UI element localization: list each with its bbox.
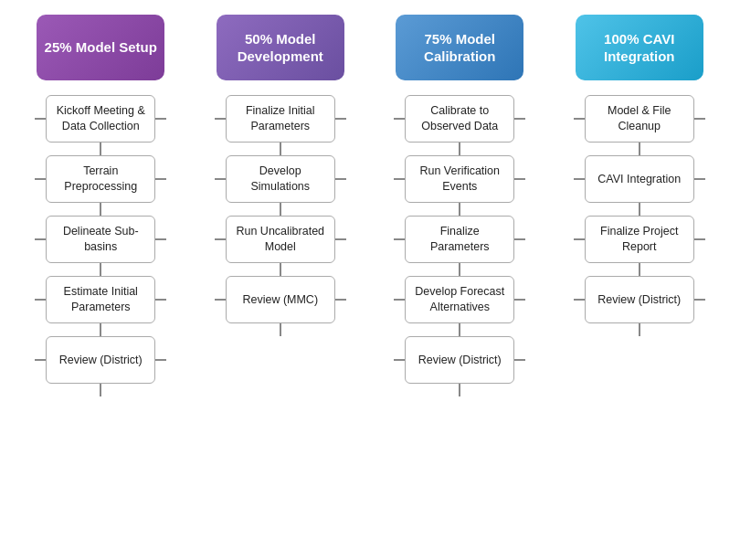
column-body-col1: Kickoff Meeting & Data CollectionTerrain… [11,95,191,396]
column-col2: 50% Model DevelopmentFinalize Initial Pa… [191,15,371,336]
task-box-col2-3: Review (MMC) [226,276,335,323]
connector-left-col1-1 [35,178,46,180]
connector-left-col2-3 [215,299,226,301]
connector-right-col1-0 [155,118,166,120]
connector-left-col4-1 [574,178,585,180]
connector-left-col3-0 [394,118,405,120]
task-row-col4-2: Finalize Project Report [550,216,730,263]
connector-right-col1-2 [155,238,166,240]
connector-left-col3-3 [394,299,405,301]
task-row-col3-4: Review (District) [370,336,550,384]
task-box-col1-4: Review (District) [46,336,155,384]
task-box-col1-3: Estimate Initial Parameters [46,276,155,323]
task-row-col2-2: Run Uncalibrated Model [191,216,371,263]
column-header-col4: 100% CAVI Integration [576,15,703,80]
task-row-col1-2: Delineate Sub-basins [11,216,191,263]
connector-right-col2-3 [335,299,346,301]
column-header-col3: 75% Model Calibration [396,15,523,80]
connector-left-col2-2 [215,238,226,240]
connector-left-col2-0 [215,118,226,120]
connector-right-col3-1 [514,178,525,180]
task-box-col2-2: Run Uncalibrated Model [226,216,335,263]
task-row-col3-3: Develop Forecast Alternatives [370,276,550,323]
connector-right-col3-2 [514,238,525,240]
column-header-col2: 50% Model Development [217,15,344,80]
connector-left-col3-2 [394,238,405,240]
task-box-col3-2: Finalize Parameters [405,216,514,263]
task-box-col3-4: Review (District) [405,336,514,384]
connector-right-col4-0 [694,118,705,120]
column-col4: 100% CAVI IntegrationModel & File Cleanu… [550,15,730,336]
task-row-col2-1: Develop Simulations [191,155,371,203]
connector-left-col4-3 [574,299,585,301]
connector-left-col1-2 [35,238,46,240]
task-row-col2-3: Review (MMC) [191,276,371,323]
connector-left-col1-0 [35,118,46,120]
connector-right-col2-2 [335,238,346,240]
diagram: 25% Model SetupKickoff Meeting & Data Co… [0,0,740,560]
task-row-col4-1: CAVI Integration [550,155,730,203]
column-body-col2: Finalize Initial ParametersDevelop Simul… [191,95,371,336]
connector-right-col3-4 [514,359,525,361]
connector-right-col3-3 [514,299,525,301]
task-box-col3-1: Run Verification Events [405,155,514,203]
task-row-col1-4: Review (District) [11,336,191,384]
connector-right-col2-0 [335,118,346,120]
task-box-col4-2: Finalize Project Report [585,216,694,263]
task-row-col1-0: Kickoff Meeting & Data Collection [11,95,191,143]
task-row-col1-3: Estimate Initial Parameters [11,276,191,323]
connector-left-col3-4 [394,359,405,361]
connector-left-col1-3 [35,299,46,301]
task-box-col1-0: Kickoff Meeting & Data Collection [46,95,155,143]
task-row-col3-2: Finalize Parameters [370,216,550,263]
task-box-col4-3: Review (District) [585,276,694,323]
connector-right-col4-3 [694,299,705,301]
task-row-col2-0: Finalize Initial Parameters [191,95,371,143]
task-box-col4-1: CAVI Integration [585,155,694,203]
connector-left-col1-4 [35,359,46,361]
task-row-col3-0: Calibrate to Observed Data [370,95,550,143]
task-row-col3-1: Run Verification Events [370,155,550,203]
task-box-col1-1: Terrain Preprocessing [46,155,155,203]
task-row-col4-3: Review (District) [550,276,730,323]
connector-right-col3-0 [514,118,525,120]
task-box-col3-3: Develop Forecast Alternatives [405,276,514,323]
task-box-col2-1: Develop Simulations [226,155,335,203]
task-box-col4-0: Model & File Cleanup [585,95,694,143]
connector-left-col4-2 [574,238,585,240]
connector-left-col2-1 [215,178,226,180]
connector-right-col1-3 [155,299,166,301]
column-col3: 75% Model CalibrationCalibrate to Observ… [370,15,550,396]
connector-right-col1-4 [155,359,166,361]
connector-right-col2-1 [335,178,346,180]
connector-left-col4-0 [574,118,585,120]
column-header-col1: 25% Model Setup [37,15,164,80]
column-col1: 25% Model SetupKickoff Meeting & Data Co… [11,15,191,396]
column-body-col4: Model & File CleanupCAVI IntegrationFina… [550,95,730,336]
column-body-col3: Calibrate to Observed DataRun Verificati… [370,95,550,396]
connector-right-col4-1 [694,178,705,180]
task-row-col4-0: Model & File Cleanup [550,95,730,143]
connector-right-col1-1 [155,178,166,180]
connector-right-col4-2 [694,238,705,240]
task-box-col3-0: Calibrate to Observed Data [405,95,514,143]
task-box-col1-2: Delineate Sub-basins [46,216,155,263]
task-row-col1-1: Terrain Preprocessing [11,155,191,203]
connector-left-col3-1 [394,178,405,180]
task-box-col2-0: Finalize Initial Parameters [226,95,335,143]
